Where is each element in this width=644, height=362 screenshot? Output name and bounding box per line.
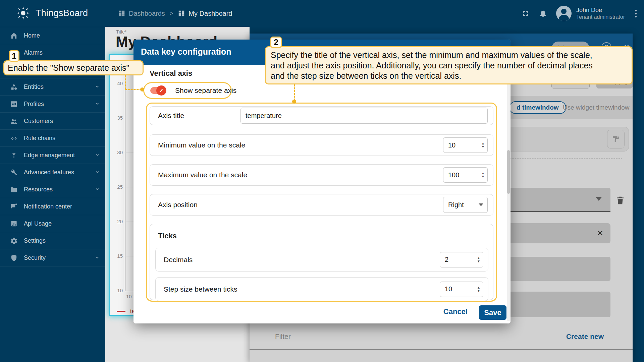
chevron-down-icon <box>94 186 101 193</box>
breadcrumb-separator: > <box>170 10 173 17</box>
breadcrumb-dashboards[interactable]: Dashboards <box>118 10 165 17</box>
chart-y-tick: 35 <box>111 115 123 121</box>
chevron-down-icon <box>94 83 101 90</box>
chart-y-tick: 15 <box>111 253 123 259</box>
thingsboard-logo-icon <box>15 5 32 21</box>
sidebar-item-settings[interactable]: Settings <box>0 232 105 249</box>
create-new-link[interactable]: Create new <box>566 333 604 341</box>
step-2-line-1: Specify the title of the vertical axis, … <box>271 50 627 60</box>
app-logo[interactable]: ThingsBoard <box>15 5 88 21</box>
chevron-down-icon <box>94 101 101 107</box>
customers-icon <box>10 117 18 125</box>
step-2-callout: Specify the title of the vertical axis, … <box>265 46 633 84</box>
sidebar-item-label: Api Usage <box>24 220 101 227</box>
step-size-input[interactable] <box>440 285 472 293</box>
rule-chains-icon <box>10 134 18 142</box>
sidebar-item-label: Alarms <box>24 49 101 56</box>
edge-icon <box>10 152 18 159</box>
ticks-section-title: Ticks <box>158 232 177 240</box>
remove-key-icon[interactable]: × <box>597 228 603 238</box>
step-2-line-3: and the step size between ticks on the v… <box>271 71 627 81</box>
show-separate-axis-label: Show separate axis <box>175 86 236 95</box>
sidebar-item-customers[interactable]: Customers <box>0 112 105 129</box>
min-value-input[interactable] <box>443 141 475 149</box>
legend-color-dash <box>117 311 125 312</box>
user-avatar[interactable] <box>556 6 572 21</box>
modal-scrollbar-thumb[interactable] <box>507 150 510 194</box>
notification-icon <box>10 203 18 210</box>
cancel-button[interactable]: Cancel <box>443 307 468 316</box>
chart-y-tick: 25 <box>111 184 123 190</box>
sidebar-item-notification-center[interactable]: Notification center <box>0 198 105 215</box>
toggle-check-icon: ✓ <box>156 85 166 96</box>
show-separate-axis-highlight: ✓ Show separate axis <box>143 82 232 99</box>
max-value-stepper[interactable]: ▲▼ <box>481 172 485 178</box>
filter-icon-button[interactable] <box>607 130 625 148</box>
chevron-down-icon <box>94 152 101 159</box>
advanced-icon <box>10 169 18 176</box>
kebab-menu-icon[interactable] <box>634 8 638 19</box>
entities-icon <box>10 83 18 91</box>
sidebar-item-entities[interactable]: Entities <box>0 78 105 95</box>
sidebar-item-label: Security <box>24 254 88 261</box>
modal-title: Data key configuration <box>141 47 231 57</box>
step-2-connector-dot <box>292 100 296 104</box>
fullscreen-icon[interactable] <box>521 9 530 18</box>
chart-y-tick: 10 <box>111 288 123 293</box>
sidebar-item-home[interactable]: Home <box>0 27 105 44</box>
chevron-down-icon <box>479 203 483 206</box>
profiles-icon <box>10 100 18 108</box>
sidebar-item-label: Resources <box>24 186 88 193</box>
chevron-down-icon <box>94 254 101 261</box>
sidebar-item-security[interactable]: Security <box>0 249 105 266</box>
chevron-down-icon <box>596 197 602 201</box>
filter-field-label: Filter <box>275 333 291 341</box>
top-header: ThingsBoard Dashboards > My Dashboard Jo… <box>0 0 644 27</box>
axis-position-select[interactable]: Right <box>443 197 488 213</box>
step-2-connector-vertical <box>294 84 295 101</box>
sidebar-item-rule-chains[interactable]: Rule chains <box>0 129 105 146</box>
sidebar-item-profiles[interactable]: Profiles <box>0 95 105 112</box>
sidebar: HomeAlarmsEntitiesProfilesCustomersRule … <box>0 27 105 362</box>
decimals-row: Decimals ▲▼ <box>155 248 488 272</box>
modal-scrollbar-track[interactable] <box>507 66 510 321</box>
sidebar-item-label: Edge management <box>24 152 88 159</box>
user-role: Tenant administrator <box>576 14 625 20</box>
decimals-input[interactable] <box>440 256 472 263</box>
settings-icon <box>10 237 18 245</box>
widget-timewindow-pill[interactable]: Use widget timewindow <box>557 101 636 114</box>
min-value-stepper[interactable]: ▲▼ <box>481 142 485 148</box>
axis-position-row: Axis position Right <box>150 194 493 216</box>
sidebar-item-edge-management[interactable]: Edge management <box>0 146 105 164</box>
min-value-row: Minimum value on the scale ▲▼ <box>150 134 493 156</box>
sidebar-item-api-usage[interactable]: Api Usage <box>0 215 105 232</box>
filter-underline <box>250 349 633 350</box>
chart-y-tick: 40 <box>111 80 123 86</box>
home-icon <box>10 32 18 40</box>
breadcrumb-my-dashboard[interactable]: My Dashboard <box>178 10 232 17</box>
chart-y-tick: 20 <box>111 219 123 224</box>
sidebar-item-label: Profiles <box>24 101 88 108</box>
chart-y-tick: 30 <box>111 149 123 155</box>
modal-footer: Cancel Save <box>133 302 511 323</box>
decimals-stepper[interactable]: ▲▼ <box>477 257 480 263</box>
axis-title-input[interactable] <box>240 108 488 124</box>
max-value-row: Maximum value on the scale ▲▼ <box>150 164 493 186</box>
security-icon <box>10 254 18 262</box>
breadcrumb: Dashboards > My Dashboard <box>118 0 232 27</box>
resources-icon <box>10 186 18 193</box>
notifications-bell-icon[interactable] <box>539 9 547 18</box>
delete-datasource-icon[interactable] <box>615 195 625 206</box>
step-1-connector-horizontal <box>125 89 142 90</box>
save-button[interactable]: Save <box>479 305 506 320</box>
sidebar-item-label: Settings <box>24 237 101 244</box>
axis-title-row: Axis title <box>150 106 493 125</box>
sidebar-item-advanced-features[interactable]: Advanced features <box>0 164 105 181</box>
sidebar-item-label: Entities <box>24 83 88 90</box>
step-1-callout: Enable the "Show separate axis" <box>3 60 144 75</box>
max-value-input[interactable] <box>443 171 475 179</box>
step-size-stepper[interactable]: ▲▼ <box>477 286 480 292</box>
show-separate-axis-toggle[interactable]: ✓ <box>150 85 166 96</box>
sidebar-item-resources[interactable]: Resources <box>0 181 105 198</box>
paint-roller-icon <box>611 135 620 143</box>
